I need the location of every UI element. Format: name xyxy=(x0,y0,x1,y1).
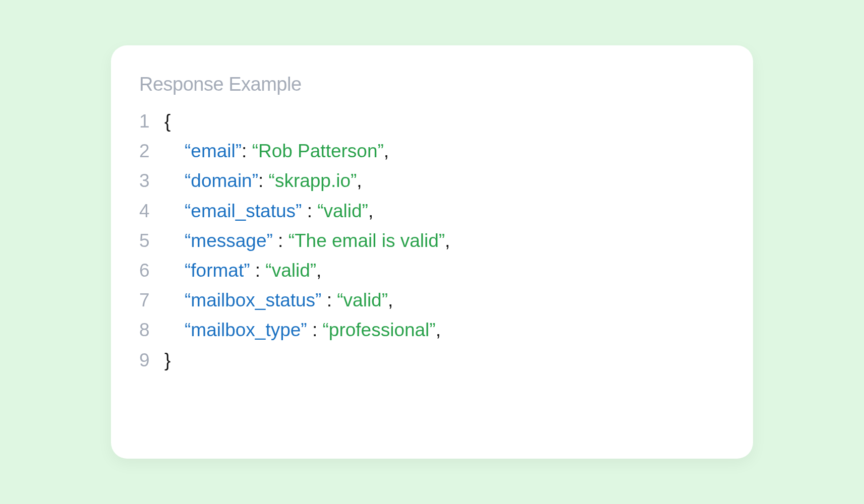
line-content: “message” : “The email is valid”, xyxy=(164,226,450,256)
json-key: “format” xyxy=(185,260,250,281)
json-comma: , xyxy=(445,230,450,251)
json-colon: : xyxy=(250,260,266,281)
json-value: “Rob Patterson” xyxy=(252,141,384,161)
json-colon: : xyxy=(242,141,252,161)
response-example-card: Response Example 1 { 2 “email”: “Rob Pat… xyxy=(111,45,753,459)
json-colon: : xyxy=(307,320,323,340)
json-colon: : xyxy=(273,230,289,251)
json-value: “valid” xyxy=(337,290,388,310)
line-content: } xyxy=(164,345,170,375)
line-content: “domain”: “skrapp.io”, xyxy=(164,166,362,196)
code-line: 4 “email_status” : “valid”, xyxy=(139,196,725,226)
line-number: 8 xyxy=(139,315,164,345)
json-key: “email_status” xyxy=(185,201,302,221)
line-number: 2 xyxy=(139,136,164,166)
line-number: 9 xyxy=(139,345,164,375)
json-key: “mailbox_status” xyxy=(185,290,321,310)
json-comma: , xyxy=(316,260,321,281)
code-line: 7 “mailbox_status” : “valid”, xyxy=(139,285,725,315)
line-number: 4 xyxy=(139,196,164,226)
open-brace: { xyxy=(164,111,170,132)
json-value: “professional” xyxy=(323,320,436,340)
json-comma: , xyxy=(388,290,393,310)
json-comma: , xyxy=(436,320,441,340)
code-line: 8 “mailbox_type” : “professional”, xyxy=(139,315,725,345)
json-key: “mailbox_type” xyxy=(185,320,307,340)
code-line: 1 { xyxy=(139,106,725,136)
line-number: 5 xyxy=(139,226,164,256)
line-number: 3 xyxy=(139,166,164,196)
line-number: 6 xyxy=(139,256,164,285)
json-key: “message” xyxy=(185,230,273,251)
code-line: 5 “message” : “The email is valid”, xyxy=(139,226,725,256)
line-content: “format” : “valid”, xyxy=(164,256,321,285)
json-value: “skrapp.io” xyxy=(269,170,357,191)
line-number: 7 xyxy=(139,285,164,315)
code-line: 9 } xyxy=(139,345,725,375)
line-content: “mailbox_status” : “valid”, xyxy=(164,285,393,315)
code-line: 6 “format” : “valid”, xyxy=(139,256,725,285)
json-colon: : xyxy=(302,201,317,221)
json-comma: , xyxy=(357,170,362,191)
code-line: 3 “domain”: “skrapp.io”, xyxy=(139,166,725,196)
json-colon: : xyxy=(258,170,269,191)
close-brace: } xyxy=(164,350,170,370)
json-value: “valid” xyxy=(317,201,368,221)
line-number: 1 xyxy=(139,106,164,136)
json-key: “email” xyxy=(185,141,242,161)
card-title: Response Example xyxy=(139,74,725,95)
json-comma: , xyxy=(368,201,373,221)
line-content: “email”: “Rob Patterson”, xyxy=(164,136,389,166)
code-block: 1 { 2 “email”: “Rob Patterson”, 3 “domai… xyxy=(139,106,725,375)
json-value: “valid” xyxy=(265,260,316,281)
json-colon: : xyxy=(321,290,337,310)
json-comma: , xyxy=(384,141,389,161)
line-content: “email_status” : “valid”, xyxy=(164,196,373,226)
line-content: “mailbox_type” : “professional”, xyxy=(164,315,441,345)
json-key: “domain” xyxy=(185,170,258,191)
line-content: { xyxy=(164,106,170,136)
code-line: 2 “email”: “Rob Patterson”, xyxy=(139,136,725,166)
json-value: “The email is valid” xyxy=(289,230,445,251)
